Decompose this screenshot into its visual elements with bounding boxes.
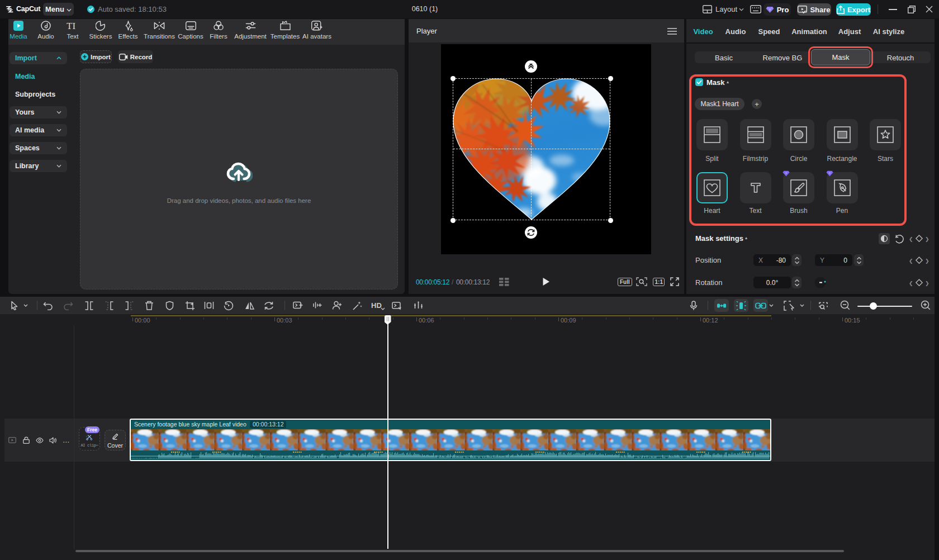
svg-text:TI: TI bbox=[67, 21, 75, 31]
